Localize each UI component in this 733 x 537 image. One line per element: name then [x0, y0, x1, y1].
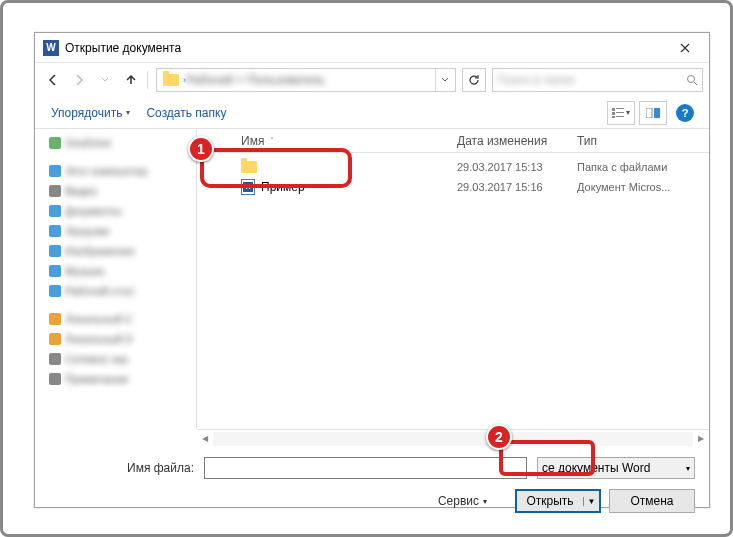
- back-button[interactable]: [41, 68, 65, 92]
- breadcrumb[interactable]: › Рабочий > Пользователь: [156, 68, 456, 92]
- cancel-button[interactable]: Отмена: [609, 489, 695, 513]
- sidebar-item-icon: [49, 265, 61, 277]
- navbar: › Рабочий > Пользователь Поиск в папке: [35, 63, 709, 97]
- sidebar-item-label: Рабочий стол: [65, 285, 134, 297]
- sidebar-item[interactable]: Музыка: [35, 261, 196, 281]
- svg-rect-1: [612, 108, 615, 111]
- sidebar-item-label: Локальный D: [65, 333, 133, 345]
- sidebar-item[interactable]: Загрузки: [35, 221, 196, 241]
- sidebar: OneDriveЭтот компьютерВидеоДокументыЗагр…: [35, 129, 197, 429]
- sidebar-item-icon: [49, 313, 61, 325]
- sidebar-item[interactable]: OneDrive: [35, 133, 196, 153]
- sidebar-item-icon: [49, 245, 61, 257]
- sidebar-item-label: Локальный C: [65, 313, 133, 325]
- sidebar-item[interactable]: Изображения: [35, 241, 196, 261]
- annotation-marker-1: 1: [188, 136, 214, 162]
- sidebar-item[interactable]: Сетевое окр: [35, 349, 196, 369]
- open-dropdown-icon[interactable]: ▼: [583, 497, 599, 506]
- svg-rect-3: [612, 112, 615, 115]
- help-icon: ?: [676, 104, 694, 122]
- sidebar-item-label: OneDrive: [65, 137, 111, 149]
- breadcrumb-dropdown[interactable]: [435, 69, 453, 91]
- sidebar-item-icon: [49, 165, 61, 177]
- up-button[interactable]: [119, 68, 143, 92]
- svg-rect-4: [616, 112, 624, 113]
- word-doc-icon: [241, 179, 255, 195]
- close-button[interactable]: [663, 34, 707, 62]
- sidebar-item-label: Загрузки: [65, 225, 109, 237]
- file-row[interactable]: 29.03.2017 15:13Папка с файлами: [197, 157, 709, 177]
- sidebar-item-icon: [49, 333, 61, 345]
- open-dialog: W Открытие документа › Рабочий > Пользов…: [34, 32, 710, 508]
- open-button[interactable]: Открыть ▼: [515, 489, 601, 513]
- sidebar-item-icon: [49, 353, 61, 365]
- word-icon: W: [43, 40, 59, 56]
- organize-button[interactable]: Упорядочить▾: [43, 102, 138, 124]
- footer: Имя файла: се документы Word ▾ Сервис▾ О…: [35, 447, 709, 521]
- sidebar-item[interactable]: Рабочий стол: [35, 281, 196, 301]
- help-button[interactable]: ?: [671, 101, 699, 125]
- sidebar-item-label: Изображения: [65, 245, 134, 257]
- svg-rect-7: [646, 108, 652, 118]
- sidebar-item-label: Видео: [65, 185, 97, 197]
- recent-dropdown[interactable]: [93, 68, 117, 92]
- service-button[interactable]: Сервис▾: [438, 494, 487, 508]
- titlebar: W Открытие документа: [35, 33, 709, 63]
- filetype-filter[interactable]: се документы Word ▾: [537, 457, 695, 479]
- search-icon: [686, 74, 698, 86]
- dialog-title: Открытие документа: [65, 41, 663, 55]
- sidebar-item-label: Этот компьютер: [65, 165, 147, 177]
- sidebar-item-icon: [49, 225, 61, 237]
- file-row[interactable]: Пример29.03.2017 15:16Документ Micros...: [197, 177, 709, 197]
- filename-label: Имя файла:: [49, 461, 194, 475]
- column-headers[interactable]: Имя˄ Дата изменения Тип: [197, 129, 709, 153]
- sidebar-item-icon: [49, 373, 61, 385]
- svg-rect-5: [612, 116, 615, 118]
- file-name: Пример: [261, 180, 305, 194]
- file-type: Папка с файлами: [577, 161, 709, 173]
- sidebar-item[interactable]: Этот компьютер: [35, 161, 196, 181]
- sidebar-item[interactable]: Локальный C: [35, 309, 196, 329]
- file-date: 29.03.2017 15:13: [457, 161, 577, 173]
- refresh-button[interactable]: [462, 68, 486, 92]
- sidebar-item-icon: [49, 137, 61, 149]
- sidebar-item-label: Сетевое окр: [65, 353, 128, 365]
- toolbar: Упорядочить▾ Создать папку ▾ ?: [35, 97, 709, 129]
- folder-icon: [241, 161, 257, 173]
- search-input[interactable]: Поиск в папке: [492, 68, 703, 92]
- sidebar-item[interactable]: Примечание: [35, 369, 196, 389]
- sidebar-item-label: Примечание: [65, 373, 129, 385]
- svg-point-0: [688, 76, 695, 83]
- sidebar-item[interactable]: Локальный D: [35, 329, 196, 349]
- svg-rect-8: [654, 108, 660, 118]
- new-folder-button[interactable]: Создать папку: [138, 102, 234, 124]
- filename-input[interactable]: [204, 457, 527, 479]
- horizontal-scrollbar[interactable]: ◀▶: [197, 429, 709, 447]
- file-date: 29.03.2017 15:16: [457, 181, 577, 193]
- view-button[interactable]: ▾: [607, 101, 635, 125]
- sidebar-item[interactable]: Видео: [35, 181, 196, 201]
- file-type: Документ Micros...: [577, 181, 709, 193]
- sidebar-item-label: Документы: [65, 205, 122, 217]
- folder-icon: [163, 74, 179, 86]
- sidebar-item-icon: [49, 205, 61, 217]
- annotation-marker-2: 2: [486, 424, 512, 450]
- sidebar-item-icon: [49, 185, 61, 197]
- sidebar-item-label: Музыка: [65, 265, 104, 277]
- forward-button[interactable]: [67, 68, 91, 92]
- svg-rect-2: [616, 108, 624, 109]
- sidebar-item[interactable]: Документы: [35, 201, 196, 221]
- preview-button[interactable]: [639, 101, 667, 125]
- svg-rect-6: [616, 116, 624, 117]
- file-list: Имя˄ Дата изменения Тип 29.03.2017 15:13…: [197, 129, 709, 429]
- sidebar-item-icon: [49, 285, 61, 297]
